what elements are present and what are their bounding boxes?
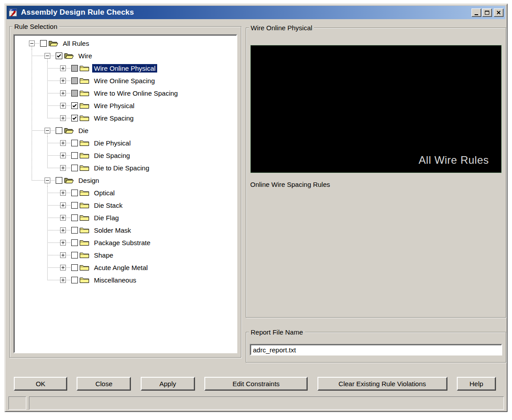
tree-item-label[interactable]: Package Substrate xyxy=(92,238,152,247)
tree-expander-plus-icon[interactable] xyxy=(60,65,66,71)
tree-item-label[interactable]: Wire Physical xyxy=(92,101,136,110)
apply-button[interactable]: Apply xyxy=(141,377,195,391)
tree-checkbox-unchecked[interactable] xyxy=(71,202,78,209)
tree-expander-minus-icon[interactable] xyxy=(29,40,35,46)
tree-expander-plus-icon[interactable] xyxy=(60,78,66,84)
tree-checkbox-unchecked[interactable] xyxy=(71,239,78,246)
tree-expander-plus-icon[interactable] xyxy=(60,153,66,158)
tree-item[interactable]: Wire Spacing xyxy=(14,112,236,124)
tree-checkbox-unchecked[interactable] xyxy=(71,165,78,171)
tree-item[interactable]: Design xyxy=(14,174,236,186)
tree-item[interactable]: All Rules xyxy=(14,37,236,49)
tree-item-label[interactable]: Design xyxy=(77,176,101,185)
tree-expander-plus-icon[interactable] xyxy=(60,240,66,246)
tree-item-label[interactable]: Wire Online Physical xyxy=(92,64,157,73)
report-file-input[interactable] xyxy=(250,344,502,355)
tree-expander-minus-icon[interactable] xyxy=(45,178,50,183)
rule-selection-legend: Rule Selection xyxy=(12,23,59,30)
tree-expander-plus-icon[interactable] xyxy=(60,90,66,96)
folder-open-icon xyxy=(64,52,74,60)
tree-item-label[interactable]: Shape xyxy=(92,251,115,259)
tree-item-label[interactable]: Die to Die Spacing xyxy=(92,164,151,172)
tree-item-label[interactable]: Die Stack xyxy=(92,201,124,210)
tree-item-label[interactable]: Wire xyxy=(77,52,94,60)
tree-checkbox-unchecked[interactable] xyxy=(71,264,78,271)
tree-item[interactable]: Miscellaneous xyxy=(14,274,236,286)
tree-checkbox-unchecked[interactable] xyxy=(71,190,78,196)
tree-item-label[interactable]: Wire to Wire Online Spacing xyxy=(92,89,179,97)
tree-checkbox-checked[interactable] xyxy=(71,115,78,121)
tree-expander-minus-icon[interactable] xyxy=(45,53,50,59)
tree-expander-plus-icon[interactable] xyxy=(60,202,66,208)
tree-item[interactable]: Die Stack xyxy=(14,199,236,211)
tree-item[interactable]: Shape xyxy=(14,249,236,261)
tree-item[interactable]: Die Spacing xyxy=(14,149,236,162)
tree-expander-plus-icon[interactable] xyxy=(60,115,66,121)
close-button[interactable]: ✕ xyxy=(494,8,504,17)
tree-expander-plus-icon[interactable] xyxy=(60,140,66,146)
tree-checkbox-partial[interactable] xyxy=(71,77,78,84)
tree-checkbox-unchecked[interactable] xyxy=(56,127,62,134)
tree-expander-plus-icon[interactable] xyxy=(60,103,66,109)
tree-item[interactable]: Solder Mask xyxy=(14,224,236,236)
tree-item[interactable]: Wire xyxy=(14,49,236,62)
tree-expander-plus-icon[interactable] xyxy=(60,227,66,233)
minimize-button[interactable] xyxy=(471,8,481,17)
tree-expander-plus-icon[interactable] xyxy=(60,265,66,271)
tree-item[interactable]: Wire Online Physical xyxy=(14,62,236,74)
tree-expander-plus-icon[interactable] xyxy=(60,165,66,171)
tree-item-label[interactable]: Wire Online Spacing xyxy=(92,77,157,85)
tree-checkbox-unchecked[interactable] xyxy=(71,252,78,258)
tree-expander-minus-icon[interactable] xyxy=(45,128,50,133)
tree-checkbox-partial[interactable] xyxy=(71,90,78,97)
tree-item[interactable]: Wire to Wire Online Spacing xyxy=(14,87,236,99)
tree-checkbox-unchecked[interactable] xyxy=(71,277,78,283)
folder-closed-icon xyxy=(79,238,89,246)
tree-item[interactable]: Acute Angle Metal xyxy=(14,261,236,274)
tree-item-label[interactable]: Die Physical xyxy=(92,139,133,147)
tree-item[interactable]: Wire Online Spacing xyxy=(14,74,236,87)
tree-item[interactable]: Wire Physical xyxy=(14,99,236,112)
help-button[interactable]: Help xyxy=(457,377,496,391)
tree-item-label[interactable]: All Rules xyxy=(61,39,91,48)
folder-closed-icon xyxy=(79,214,89,222)
tree-item[interactable]: Package Substrate xyxy=(14,236,236,249)
tree-item-label[interactable]: Wire Spacing xyxy=(92,114,135,122)
tree-item[interactable]: Die Flag xyxy=(14,211,236,224)
tree-checkbox-unchecked[interactable] xyxy=(71,140,78,146)
tree-checkbox-unchecked[interactable] xyxy=(40,40,47,47)
tree-expander-plus-icon[interactable] xyxy=(60,252,66,258)
title-bar[interactable]: Assembly Design Rule Checks ✕ xyxy=(7,6,505,19)
ok-button[interactable]: OK xyxy=(14,377,67,391)
tree-item-label[interactable]: Solder Mask xyxy=(92,226,133,234)
tree-expander-plus-icon[interactable] xyxy=(60,277,66,283)
minimize-icon xyxy=(475,14,478,15)
tree-checkbox-unchecked[interactable] xyxy=(71,227,78,234)
folder-closed-icon xyxy=(79,251,89,259)
tree-expander-plus-icon[interactable] xyxy=(60,215,66,221)
report-file-group: Report File Name xyxy=(246,332,506,363)
tree-item-label[interactable]: Miscellaneous xyxy=(92,276,138,284)
tree-item-label[interactable]: Optical xyxy=(92,189,117,197)
tree-item-label[interactable]: Die xyxy=(77,126,90,135)
tree-checkbox-partial[interactable] xyxy=(71,65,78,72)
tree-item-label[interactable]: Die Spacing xyxy=(92,151,132,160)
tree-item[interactable]: Optical xyxy=(14,186,236,199)
edit-constraints-button[interactable]: Edit Constraints xyxy=(204,377,308,391)
rule-preview-image: All Wire Rules xyxy=(250,45,502,173)
tree-checkbox-unchecked[interactable] xyxy=(56,177,62,184)
tree-item[interactable]: Die to Die Spacing xyxy=(14,162,236,174)
tree-checkbox-unchecked[interactable] xyxy=(71,152,78,159)
rule-tree[interactable]: All RulesWireWire Online PhysicalWire On… xyxy=(13,34,237,353)
clear-violations-button[interactable]: Clear Existing Rule Violations xyxy=(317,377,447,391)
maximize-button[interactable] xyxy=(482,8,492,17)
tree-checkbox-unchecked[interactable] xyxy=(71,214,78,221)
tree-item-label[interactable]: Acute Angle Metal xyxy=(92,263,150,272)
tree-item[interactable]: Die xyxy=(14,124,236,137)
tree-expander-plus-icon[interactable] xyxy=(60,190,66,196)
tree-item-label[interactable]: Die Flag xyxy=(92,214,121,222)
close-dialog-button[interactable]: Close xyxy=(77,377,131,391)
tree-item[interactable]: Die Physical xyxy=(14,137,236,149)
tree-checkbox-checked[interactable] xyxy=(56,52,62,59)
tree-checkbox-checked[interactable] xyxy=(71,102,78,109)
